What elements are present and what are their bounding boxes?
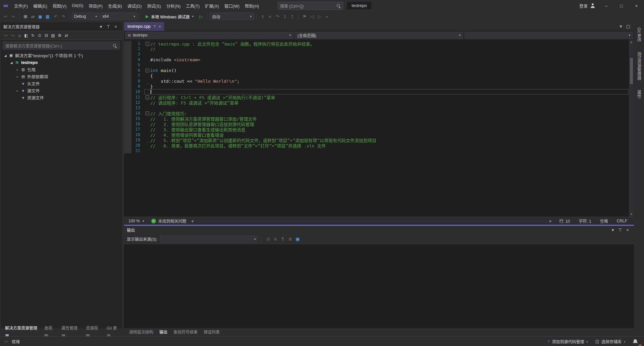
- start-debugging-button[interactable]: ▶ 本地 Windows 调试器 ▾: [143, 12, 197, 20]
- code-line[interactable]: 1-// testrepo.cpp : 此文件包含 “main” 函数。程序执行…: [124, 41, 634, 46]
- tree-item[interactable]: ▹▤外部依赖项: [1, 73, 122, 80]
- save-all-icon[interactable]: ▦: [44, 13, 51, 20]
- open-file-icon[interactable]: ▱: [29, 13, 37, 20]
- window-layout-icon[interactable]: ⊞: [22, 13, 29, 20]
- editor-window-options-icon[interactable]: ▢: [625, 22, 632, 30]
- tree-item[interactable]: ▼头文件: [1, 80, 122, 87]
- menu-item[interactable]: Git(G): [69, 0, 86, 11]
- document-tab-testrepo-cpp[interactable]: testrepo.cpp ⊤ ×: [124, 22, 164, 31]
- code-line[interactable]: 6-int main(): [124, 68, 634, 73]
- breakpoint-margin[interactable]: [124, 116, 131, 121]
- breakpoint-margin[interactable]: [124, 127, 131, 132]
- next-bookmark-icon[interactable]: ▷: [316, 13, 323, 20]
- menu-item[interactable]: 扩展(X): [202, 0, 222, 11]
- menu-item[interactable]: 窗口(W): [222, 0, 242, 11]
- pin-tab-icon[interactable]: ⊤: [153, 25, 156, 28]
- scroll-up-icon[interactable]: ▲: [629, 40, 634, 45]
- window-position-icon[interactable]: ▾: [97, 23, 105, 30]
- menu-item[interactable]: 测试(S): [144, 0, 164, 11]
- breakpoint-margin[interactable]: [124, 46, 131, 52]
- scroll-right-icon[interactable]: ▶: [548, 219, 553, 223]
- tree-item[interactable]: ◢▣解决方案“testrepo”(1 个项目/共 1 个): [1, 52, 122, 59]
- toolbar-overflow-icon[interactable]: »: [323, 13, 330, 20]
- spaces-indicator[interactable]: 空格: [600, 218, 608, 224]
- line-indicator[interactable]: 行: 10: [559, 218, 570, 224]
- code-line[interactable]: 5: [124, 62, 634, 68]
- tree-item[interactable]: ▼资源文件: [1, 94, 122, 101]
- code-line[interactable]: 9}: [124, 84, 634, 89]
- breakpoint-margin[interactable]: [124, 100, 131, 105]
- menu-item[interactable]: 生成(B): [105, 0, 125, 11]
- breakpoint-margin[interactable]: [124, 68, 131, 73]
- menu-item[interactable]: 分析(N): [164, 0, 183, 11]
- start-without-debugging-icon[interactable]: ▷: [197, 13, 205, 20]
- code-line[interactable]: 7{: [124, 73, 634, 78]
- user-account-icon[interactable]: [590, 3, 595, 8]
- code-line[interactable]: 8 std::cout << "Hello World!\n";: [124, 78, 634, 84]
- breakpoint-margin[interactable]: [124, 137, 131, 143]
- tree-collapsed-icon[interactable]: ▹: [15, 89, 20, 92]
- background-tasks-icon[interactable]: ▭: [3, 339, 9, 344]
- scrollbar-thumb[interactable]: [630, 58, 633, 84]
- step-into-icon[interactable]: ↧: [281, 13, 288, 20]
- breakpoint-margin[interactable]: [124, 94, 131, 100]
- fold-collapse-icon[interactable]: -: [144, 42, 150, 46]
- breakpoint-margin[interactable]: [124, 52, 131, 57]
- search-icon[interactable]: [336, 3, 341, 8]
- undo-icon[interactable]: ↶: [52, 13, 59, 20]
- active-documents-dropdown-icon[interactable]: ▾: [617, 22, 625, 30]
- close-button[interactable]: ×: [629, 0, 644, 11]
- step-out-icon[interactable]: ↥: [288, 13, 296, 20]
- switch-views-icon[interactable]: ◧: [23, 32, 30, 39]
- show-all-files-icon[interactable]: ▤: [50, 32, 56, 39]
- word-wrap-icon[interactable]: ¶: [279, 235, 286, 243]
- fold-collapse-icon[interactable]: -: [144, 69, 150, 72]
- editor-vertical-scrollbar[interactable]: ▲ ▼: [629, 40, 634, 217]
- refresh-icon[interactable]: ⊙: [36, 32, 43, 39]
- clear-all-icon[interactable]: ⊘: [272, 235, 279, 243]
- fold-collapse-icon[interactable]: -: [144, 112, 150, 115]
- close-icon[interactable]: ×: [624, 226, 631, 234]
- watch-mode-dropdown[interactable]: 自动▾: [210, 13, 254, 20]
- previous-bookmark-icon[interactable]: ◁: [308, 13, 316, 20]
- show-threads-icon[interactable]: ≡: [266, 13, 274, 20]
- close-icon[interactable]: ×: [112, 23, 119, 30]
- tree-item[interactable]: ▹▥引用: [1, 66, 122, 73]
- scroll-down-icon[interactable]: ▼: [629, 212, 634, 217]
- editor-horizontal-scrollbar[interactable]: ◀ ▶: [190, 219, 553, 223]
- fold-collapse-icon[interactable]: -: [144, 95, 150, 99]
- tree-item[interactable]: ▹▼源文件: [1, 87, 122, 94]
- scope-dropdown[interactable]: (全局范围) ▾: [295, 32, 463, 39]
- code-line[interactable]: 12// 调试程序: F5 或调试 >“开始调试”菜单: [124, 100, 634, 105]
- scroll-left-icon[interactable]: ◀: [190, 219, 195, 223]
- zoom-dropdown[interactable]: 100 % ▾: [126, 218, 147, 224]
- breakpoint-margin[interactable]: [124, 84, 131, 89]
- notifications-button[interactable]: [630, 337, 641, 346]
- save-icon[interactable]: ▣: [37, 13, 44, 20]
- autoscroll-icon[interactable]: ▣: [294, 235, 301, 243]
- code-line[interactable]: 3: [124, 52, 634, 57]
- pin-icon[interactable]: ⊤: [105, 23, 112, 30]
- output-panel-header[interactable]: 输出 ▾⊤×: [124, 226, 634, 234]
- maximize-button[interactable]: □: [614, 0, 629, 11]
- breakpoint-margin[interactable]: [124, 105, 131, 111]
- sync-with-active-document-icon[interactable]: ⇄: [63, 32, 70, 39]
- code-line[interactable]: 20// 6. 将来，若要再次打开此项目，请转到“文件”>“打开”>“项目”并选…: [124, 143, 634, 148]
- bookmark-icon[interactable]: ⚑: [301, 13, 308, 20]
- menu-item[interactable]: 视图(V): [50, 0, 69, 11]
- auto-hide-tab[interactable]: 属性: [635, 88, 643, 100]
- home-icon[interactable]: ⌂: [16, 32, 23, 39]
- hscroll-track[interactable]: [195, 219, 548, 223]
- solution-configuration-dropdown[interactable]: Debug▾: [72, 13, 99, 20]
- forward-icon[interactable]: ↪: [9, 32, 16, 39]
- code-editor[interactable]: 1-// testrepo.cpp : 此文件包含 “main” 函数。程序执行…: [124, 40, 634, 217]
- output-source-dropdown[interactable]: ▾: [160, 235, 258, 243]
- navigate-back-icon[interactable]: ↩: [2, 13, 9, 20]
- menu-item[interactable]: 帮助(H): [242, 0, 262, 11]
- output-content[interactable]: [124, 244, 634, 328]
- breakpoint-margin[interactable]: [124, 143, 131, 148]
- tree-expanded-icon[interactable]: ◢: [9, 61, 14, 64]
- show-output-icon[interactable]: ≣: [286, 235, 294, 243]
- collapse-all-icon[interactable]: ⊟: [43, 32, 50, 39]
- breakpoint-margin[interactable]: [124, 41, 131, 46]
